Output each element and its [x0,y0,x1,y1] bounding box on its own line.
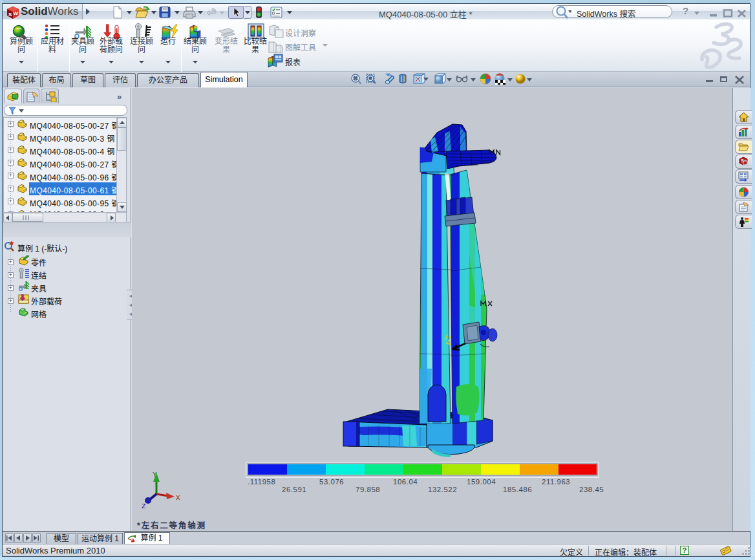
svg-text:53.076: 53.076 [319,478,344,486]
svg-text:132.522: 132.522 [428,486,457,493]
svg-text:.111958: .111958 [248,478,275,486]
svg-text:Z: Z [142,502,146,510]
svg-text:79.858: 79.858 [356,486,380,493]
svg-text:106.04: 106.04 [393,478,418,486]
svg-text:Y: Y [153,471,157,479]
svg-text:?: ? [683,546,687,554]
svg-text:238.45: 238.45 [579,486,604,493]
svg-text:*左右二等角轴测: *左右二等角轴测 [137,521,206,530]
svg-text:S: S [8,12,12,17]
svg-text:159.004: 159.004 [467,478,496,486]
svg-text:W: W [14,10,19,16]
svg-text:26.591: 26.591 [282,486,306,493]
svg-text:211.963: 211.963 [542,478,570,486]
svg-text:185.486: 185.486 [503,486,532,493]
svg-text:X: X [176,494,180,502]
